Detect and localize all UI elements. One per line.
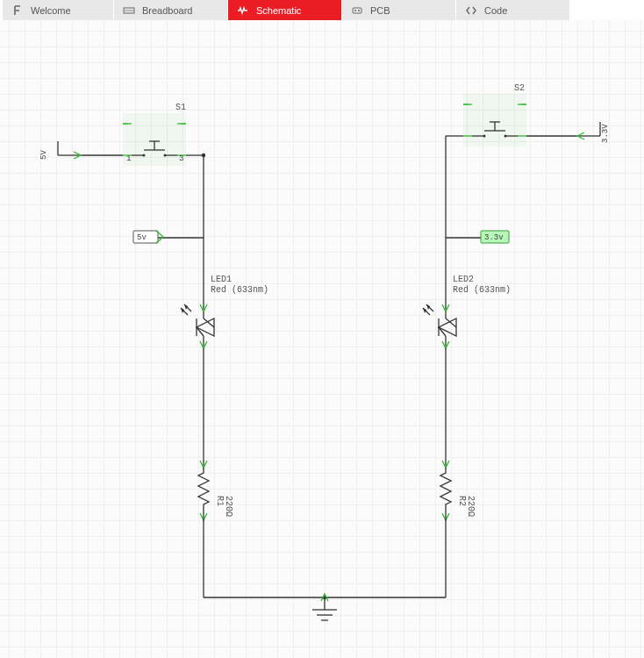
svg-point-57 [483, 135, 486, 138]
svg-marker-75 [426, 304, 430, 310]
svg-point-5 [132, 10, 132, 11]
svg-marker-38 [181, 308, 184, 313]
svg-text:3.3V: 3.3V [601, 124, 610, 143]
svg-rect-50 [463, 94, 526, 147]
tab-label: Code [484, 5, 507, 16]
code-icon [465, 4, 477, 17]
svg-text:R2: R2 [457, 496, 467, 506]
svg-point-1 [125, 10, 125, 11]
svg-marker-40 [184, 304, 188, 310]
svg-text:220Ω: 220Ω [224, 496, 233, 517]
svg-point-2 [126, 10, 127, 11]
svg-text:3: 3 [179, 154, 183, 163]
switch-s2[interactable]: S2 [463, 83, 526, 147]
svg-point-58 [504, 135, 507, 138]
svg-text:S2: S2 [514, 83, 525, 93]
schematic-canvas[interactable]: 5V S1 1 3 5v LED1 [0, 20, 644, 658]
svg-text:5v: 5v [137, 233, 147, 242]
svg-marker-35 [197, 318, 214, 336]
pcb-icon [351, 4, 363, 17]
svg-point-7 [354, 10, 356, 11]
power-pin-3v3[interactable]: 3.3V [576, 122, 610, 143]
power-pin-5v[interactable]: 5V [39, 141, 82, 160]
net-label-3v3[interactable]: 3.3v [446, 231, 509, 243]
svg-point-19 [143, 154, 146, 157]
tab-label: PCB [370, 5, 390, 16]
svg-text:5V: 5V [39, 150, 48, 160]
breadboard-icon [123, 4, 135, 17]
fritzing-icon [11, 4, 24, 17]
tab-label: Breadboard [142, 5, 193, 16]
svg-marker-70 [439, 318, 456, 336]
switch-s1[interactable]: S1 1 3 [123, 103, 186, 166]
svg-text:R1: R1 [215, 496, 225, 506]
tab-pcb[interactable]: PCB [342, 0, 456, 20]
tab-breadboard[interactable]: Breadboard [114, 0, 228, 20]
svg-text:1: 1 [126, 154, 131, 163]
svg-text:LED1: LED1 [211, 275, 232, 284]
svg-point-8 [358, 10, 360, 11]
svg-point-3 [128, 10, 129, 11]
led1[interactable]: LED1 Red (633nm) [181, 275, 268, 348]
svg-rect-12 [123, 113, 186, 166]
svg-text:LED2: LED2 [453, 275, 474, 284]
view-tabs: Welcome Breadboard Schematic PCB Code [0, 0, 644, 20]
led2[interactable]: LED2 Red (633nm) [423, 275, 511, 348]
svg-text:Red (633nm): Red (633nm) [211, 285, 268, 295]
tab-schematic[interactable]: Schematic [228, 0, 342, 20]
svg-marker-73 [423, 308, 426, 313]
tab-label: Welcome [31, 5, 71, 16]
schematic-drawing: 5V S1 1 3 5v LED1 [0, 20, 644, 658]
svg-text:3.3v: 3.3v [484, 233, 504, 242]
svg-text:220Ω: 220Ω [466, 496, 476, 517]
svg-point-20 [164, 154, 167, 157]
svg-point-4 [130, 10, 131, 11]
tab-label: Schematic [256, 5, 301, 16]
schematic-icon [237, 4, 249, 17]
svg-text:Red (633nm): Red (633nm) [453, 285, 511, 295]
svg-rect-6 [353, 8, 361, 13]
net-label-5v[interactable]: 5v [133, 231, 204, 243]
tab-welcome[interactable]: Welcome [0, 0, 114, 20]
tab-code[interactable]: Code [456, 0, 570, 20]
svg-text:S1: S1 [175, 103, 186, 112]
